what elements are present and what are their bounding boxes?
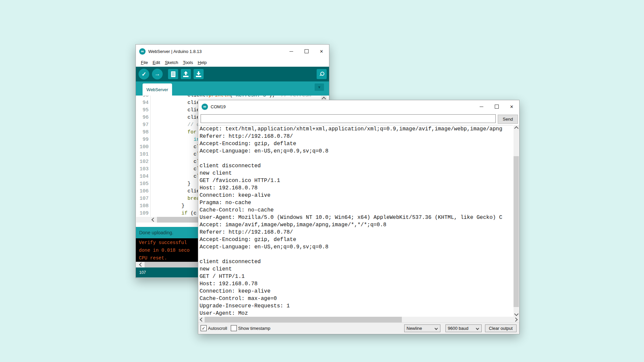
serial-line: Accept-Language: en-US,en;q=0.9,sv;q=0.8 — [200, 147, 513, 155]
check-icon: ✓ — [202, 326, 206, 331]
serial-line: new client — [200, 170, 513, 177]
menu-sketch[interactable]: Sketch — [162, 59, 180, 66]
serial-line — [200, 251, 513, 258]
serial-line: Referer: http://192.168.0.78/ — [200, 229, 513, 236]
serial-line: Pragma: no-cache — [200, 199, 513, 206]
serial-line: Upgrade-Insecure-Requests: 1 — [200, 302, 513, 310]
serial-line: GET / HTTP/1.1 — [200, 273, 513, 280]
scroll-left-arrow-icon[interactable] — [199, 317, 204, 322]
minimize-icon — [480, 107, 483, 107]
ide-window-title: WebServer | Arduino 1.8.13 — [148, 49, 202, 54]
open-button[interactable] — [181, 69, 191, 79]
show-timestamp-checkbox[interactable]: ✓ — [231, 325, 237, 331]
verify-button[interactable]: ✓ — [139, 69, 149, 79]
arduino-app-icon: ∞ — [139, 48, 146, 55]
serial-line: Accept-Encoding: gzip, deflate — [200, 236, 513, 243]
menu-tools[interactable]: Tools — [180, 59, 195, 66]
arrow-right-icon: → — [155, 71, 160, 77]
serial-monitor-titlebar[interactable]: ∞ COM19 ✕ — [198, 100, 519, 113]
show-timestamp-label: Show timestamp — [238, 326, 270, 331]
chevron-down-icon: ▼ — [318, 85, 321, 89]
serial-output-area[interactable]: Accept: text/html,application/xhtml+xml,… — [198, 125, 513, 317]
close-icon: ✕ — [510, 104, 514, 109]
tab-label: WebServer — [147, 87, 168, 92]
serial-line: new client — [200, 265, 513, 273]
monitor-maximize-button[interactable] — [489, 100, 504, 113]
ide-menubar: File Edit Sketch Tools Help — [136, 58, 329, 67]
menu-file[interactable]: File — [139, 59, 150, 66]
serial-monitor-button[interactable] — [317, 69, 327, 79]
tab-websSernever[interactable]: WebServer — [143, 83, 172, 96]
line-ending-value: Newline — [407, 326, 422, 331]
maximize-icon — [305, 49, 309, 53]
ide-tabbar: WebServer ▼ — [136, 81, 329, 96]
serial-line: Cache-Control: no-cache — [200, 206, 513, 214]
arduino-app-icon: ∞ — [202, 104, 208, 110]
menu-help[interactable]: Help — [195, 59, 209, 66]
serial-line: Accept: image/avif,image/webp,image/apng… — [200, 221, 513, 229]
serial-line: Accept: text/html,application/xhtml+xml,… — [200, 125, 513, 133]
serial-line: Accept-Language: en-US,en;q=0.9,sv;q=0.8 — [200, 243, 513, 251]
autoscroll-label: Autoscroll — [208, 326, 227, 331]
magnifier-icon — [319, 71, 324, 77]
close-icon: ✕ — [320, 49, 323, 54]
serial-line: Connection: keep-alive — [200, 288, 513, 295]
serial-line: Referer: http://192.168.0.78/ — [200, 133, 513, 140]
menu-edit[interactable]: Edit — [150, 59, 162, 66]
serial-monitor-window: ∞ COM19 ✕ Send Accept: text/html,applica… — [198, 100, 520, 334]
serial-send-input[interactable] — [201, 114, 496, 123]
serial-line: GET /favicon.ico HTTP/1.1 — [200, 177, 513, 184]
scroll-left-arrow-icon[interactable] — [150, 217, 156, 223]
serial-input-row: Send — [198, 113, 519, 125]
serial-line: Host: 192.168.0.78 — [200, 280, 513, 288]
chevron-down-icon — [476, 327, 479, 330]
desktop: ∞ WebServer | Arduino 1.8.13 ✕ File Edit… — [0, 0, 644, 362]
autoscroll-checkbox[interactable]: ✓ — [201, 325, 207, 331]
document-icon — [171, 71, 175, 77]
clear-output-button[interactable]: Clear output — [485, 324, 517, 332]
scroll-right-arrow-icon[interactable] — [513, 317, 519, 322]
chevron-down-icon — [435, 327, 438, 330]
new-sketch-button[interactable] — [168, 69, 178, 79]
scroll-down-arrow-icon[interactable] — [514, 311, 519, 317]
baud-rate-value: 9600 baud — [448, 326, 468, 331]
serial-line: Connection: keep-alive — [200, 192, 513, 199]
serial-line: client disconnected — [200, 162, 513, 170]
serial-line: User-Agent: Mozilla/5.0 (Windows NT 10.0… — [200, 214, 513, 221]
save-button[interactable] — [194, 69, 204, 79]
check-icon: ✓ — [142, 71, 146, 78]
status-message: Done uploading. — [139, 230, 173, 235]
ide-toolbar: ✓ → — [136, 67, 329, 81]
upload-tray-icon — [183, 71, 189, 77]
ide-close-button[interactable]: ✕ — [314, 45, 329, 58]
serial-line: User-Agent: Moz — [200, 310, 513, 317]
serial-line — [200, 155, 513, 162]
line-ending-dropdown[interactable]: Newline — [404, 324, 440, 332]
scrollbar-thumb[interactable] — [145, 262, 198, 267]
serial-line: client disconnected — [200, 258, 513, 265]
serial-line: Host: 192.168.0.78 — [200, 184, 513, 192]
baud-rate-dropdown[interactable]: 9600 baud — [445, 324, 482, 332]
send-button[interactable]: Send — [498, 115, 518, 124]
code-line: 93 client.println("Refresh: 5"); // refr… — [136, 96, 329, 99]
scroll-left-arrow-icon[interactable] — [138, 262, 144, 267]
scrollbar-thumb[interactable] — [514, 156, 519, 307]
tab-list-dropdown-button[interactable]: ▼ — [315, 83, 324, 91]
serial-vertical-scrollbar[interactable] — [514, 125, 519, 317]
serial-line: Accept-Encoding: gzip, deflate — [200, 140, 513, 147]
maximize-icon — [495, 105, 499, 109]
serial-monitor-controls: ✓ Autoscroll ✓ Show timestamp Newline 96… — [198, 322, 519, 333]
ide-maximize-button[interactable] — [299, 45, 314, 58]
monitor-close-button[interactable]: ✕ — [504, 100, 519, 113]
monitor-minimize-button[interactable] — [474, 100, 489, 113]
serial-line: Cache-Control: max-age=0 — [200, 295, 513, 302]
serial-monitor-title: COM19 — [211, 104, 226, 109]
scroll-up-arrow-icon[interactable] — [514, 125, 519, 131]
upload-button[interactable]: → — [152, 69, 163, 79]
download-tray-icon — [196, 71, 202, 77]
ide-titlebar[interactable]: ∞ WebServer | Arduino 1.8.13 ✕ — [136, 45, 329, 58]
scrollbar-thumb[interactable] — [205, 317, 402, 322]
serial-horizontal-scrollbar[interactable] — [199, 317, 519, 322]
minimize-icon — [289, 51, 293, 52]
ide-minimize-button[interactable] — [284, 45, 299, 58]
